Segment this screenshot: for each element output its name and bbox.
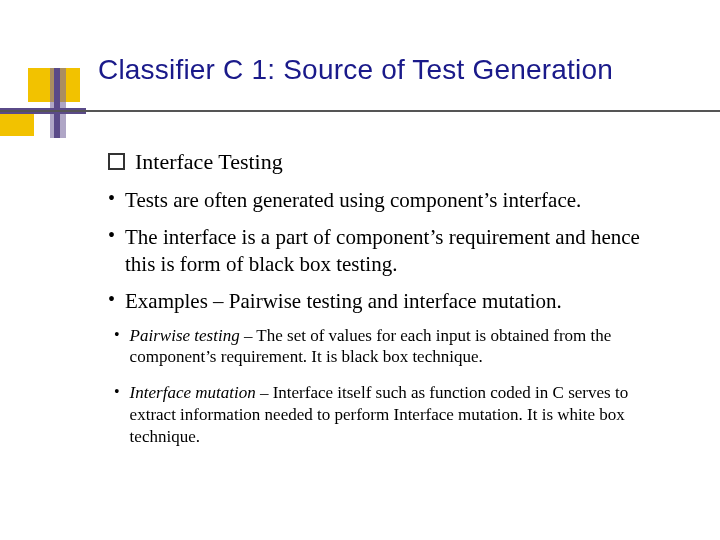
slide-title: Classifier C 1: Source of Test Generatio…: [98, 54, 613, 86]
dot-bullet-icon: •: [108, 289, 115, 309]
bullet-text: The interface is a part of component’s r…: [125, 224, 670, 278]
logo-block: [54, 68, 60, 138]
bullet-lvl2: • The interface is a part of component’s…: [108, 224, 670, 278]
title-underline: [0, 110, 720, 112]
logo-block: [0, 114, 34, 136]
content-area: Interface Testing • Tests are often gene…: [108, 148, 670, 461]
bullet-text: Interface Testing: [135, 148, 670, 176]
dot-bullet-icon: •: [114, 382, 120, 402]
slide: Classifier C 1: Source of Test Generatio…: [0, 0, 720, 540]
title-wrap: Classifier C 1: Source of Test Generatio…: [98, 54, 613, 86]
dot-bullet-icon: •: [108, 225, 115, 245]
bullet-lvl2: • Examples – Pairwise testing and interf…: [108, 288, 670, 315]
dot-bullet-icon: •: [114, 325, 120, 345]
bullet-text: Pairwise testing – The set of values for…: [130, 325, 670, 369]
bullet-lvl3: • Pairwise testing – The set of values f…: [114, 325, 670, 369]
bullet-text: Tests are often generated using componen…: [125, 187, 670, 214]
bullet-text: Examples – Pairwise testing and interfac…: [125, 288, 670, 315]
bullet-text: Interface mutation – Interface itself su…: [130, 382, 670, 447]
bullet-lvl3: • Interface mutation – Interface itself …: [114, 382, 670, 447]
dot-bullet-icon: •: [108, 188, 115, 208]
term-italic: Interface mutation: [130, 383, 256, 402]
slide-logo: [0, 68, 86, 138]
square-bullet-icon: [108, 148, 125, 177]
bullet-lvl1: Interface Testing: [108, 148, 670, 177]
term-italic: Pairwise testing: [130, 326, 240, 345]
bullet-lvl2: • Tests are often generated using compon…: [108, 187, 670, 214]
